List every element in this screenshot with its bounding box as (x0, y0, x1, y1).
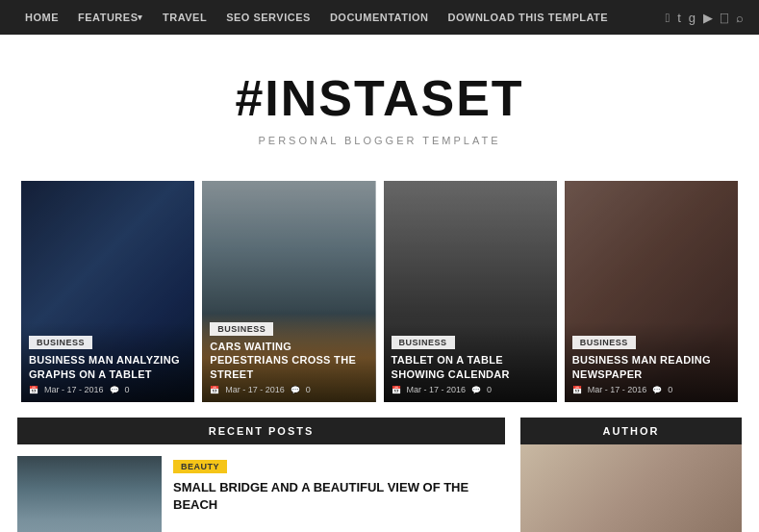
featured-post-overlay-2: Business TABLET ON A TABLE SHOWING CALEN… (384, 322, 557, 402)
main-nav: HOME FEATURES TRAVEL SEO SERVICES DOCUME… (0, 0, 759, 35)
featured-title-2: TABLET ON A TABLE SHOWING CALENDAR (392, 353, 549, 381)
cal-icon-0 (29, 385, 38, 394)
featured-post-2[interactable]: Business TABLET ON A TABLE SHOWING CALEN… (384, 181, 557, 402)
featured-meta-1: Mar - 17 - 2016 0 (210, 385, 367, 394)
featured-comments-3: 0 (668, 385, 672, 394)
search-icon[interactable]: ⌕ (736, 11, 744, 25)
beauty-badge: BEAUTY (173, 460, 227, 473)
author-thumb (520, 444, 742, 532)
featured-meta-0: Mar - 17 - 2016 0 (29, 385, 187, 394)
featured-date-1: Mar - 17 - 2016 (225, 385, 285, 394)
featured-post-overlay-0: Business BUSINESS MAN ANALYZING GRAPHS O… (21, 322, 194, 402)
recent-post-thumb (17, 456, 162, 532)
nav-social:  t g ▶ ⎕ ⌕ (665, 11, 744, 25)
author-heading: AUTHOR (520, 418, 742, 444)
cal-icon-2 (392, 385, 401, 394)
cal-icon-1 (210, 385, 219, 394)
featured-date-2: Mar - 17 - 2016 (407, 385, 467, 394)
recent-posts-panel: RECENT POSTS BEAUTY SMALL BRIDGE AND A B… (17, 418, 505, 532)
recent-post-item: BEAUTY SMALL BRIDGE AND A BEAUTIFUL VIEW… (17, 444, 505, 532)
featured-post-3[interactable]: Business BUSINESS MAN READING NEWSPAPER … (565, 181, 738, 402)
featured-meta-3: Mar - 17 - 2016 0 (572, 385, 730, 394)
googleplus-icon[interactable]: g (689, 11, 696, 25)
featured-comments-2: 0 (487, 385, 492, 394)
featured-grid: Business BUSINESS MAN ANALYZING GRAPHS O… (0, 181, 759, 402)
nav-travel[interactable]: TRAVEL (153, 0, 216, 35)
featured-title-3: BUSINESS MAN READING NEWSPAPER (572, 353, 730, 381)
site-title: #INSTASET (19, 69, 740, 127)
featured-category-1: Business (210, 322, 273, 336)
site-subtitle: PERSONAL BLOGGER TEMPLATE (19, 135, 740, 146)
cal-icon-3 (572, 385, 582, 394)
nav-features[interactable]: FEATURES (68, 0, 153, 35)
featured-category-0: Business (29, 336, 92, 349)
featured-comments-0: 0 (125, 385, 130, 394)
nav-links: HOME FEATURES TRAVEL SEO SERVICES DOCUME… (15, 0, 618, 35)
facebook-icon[interactable]:  (665, 11, 670, 25)
youtube-icon[interactable]: ▶ (703, 11, 713, 25)
featured-post-0[interactable]: Business BUSINESS MAN ANALYZING GRAPHS O… (21, 181, 194, 402)
nav-seo[interactable]: SEO SERVICES (216, 0, 320, 35)
featured-post-1[interactable]: Business CARS WAITING PEDESTRIANS CROSS … (202, 181, 375, 402)
featured-post-overlay-3: Business BUSINESS MAN READING NEWSPAPER … (565, 322, 738, 402)
featured-category-2: Business (392, 336, 455, 349)
nav-documentation[interactable]: DOCUMENTATION (320, 0, 439, 35)
recent-post-content: BEAUTY SMALL BRIDGE AND A BEAUTIFUL VIEW… (173, 456, 505, 532)
comment-icon-3 (652, 385, 662, 394)
featured-post-overlay-1: Business CARS WAITING PEDESTRIANS CROSS … (202, 309, 375, 402)
bottom-section: RECENT POSTS BEAUTY SMALL BRIDGE AND A B… (0, 402, 759, 532)
featured-comments-1: 0 (306, 385, 311, 394)
nav-home[interactable]: HOME (15, 0, 68, 35)
twitter-icon[interactable]: t (677, 11, 681, 25)
featured-category-3: Business (572, 336, 636, 349)
author-panel: AUTHOR (520, 418, 742, 532)
recent-posts-heading: RECENT POSTS (17, 418, 505, 444)
featured-date-3: Mar - 17 - 2016 (588, 385, 647, 394)
nav-download[interactable]: DOWNLOAD THIS TEMPLATE (439, 0, 619, 35)
comment-icon-1 (291, 385, 300, 394)
comment-icon-2 (471, 385, 481, 394)
comment-icon-0 (110, 385, 119, 394)
featured-title-0: BUSINESS MAN ANALYZING GRAPHS ON A TABLE… (29, 353, 187, 381)
recent-post-title: SMALL BRIDGE AND A BEAUTIFUL VIEW OF THE… (173, 479, 505, 514)
site-header: #INSTASET PERSONAL BLOGGER TEMPLATE (0, 35, 759, 165)
featured-date-0: Mar - 17 - 2016 (44, 385, 104, 394)
featured-title-1: CARS WAITING PEDESTRIANS CROSS THE STREE… (210, 340, 367, 381)
instagram-icon[interactable]: ⎕ (721, 11, 728, 25)
featured-meta-2: Mar - 17 - 2016 0 (392, 385, 549, 394)
